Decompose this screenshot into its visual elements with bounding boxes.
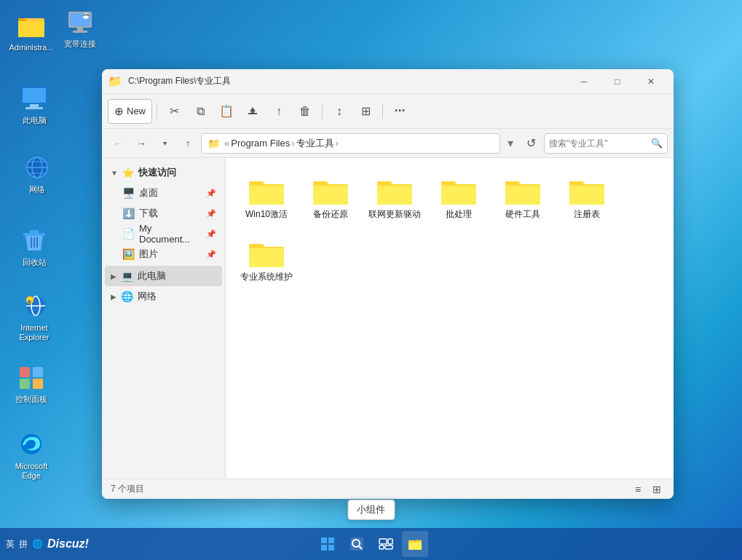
folder-icon-path: 📁 [208, 138, 220, 149]
sidebar-item-network[interactable]: ▶ 🌐 网络 [105, 286, 222, 307]
desktop-icon-ie[interactable]: e Internet Explorer [9, 291, 60, 342]
taskbar-center [315, 531, 428, 557]
svg-rect-39 [388, 539, 392, 544]
sidebar-item-thispc[interactable]: ▶ 💻 此电脑 [105, 266, 222, 286]
statusbar-view-controls: ≡ ⊞ [630, 481, 665, 497]
taskbar-taskview-button[interactable] [373, 531, 399, 557]
svg-rect-11 [25, 107, 43, 109]
desktop-icon-admin[interactable]: Administra... [6, 11, 57, 52]
sidebar-item-downloads[interactable]: ⬇️ 下载 📌 [105, 203, 222, 224]
folder-batch[interactable]: 批处理 [430, 170, 488, 226]
address-bar: ← → ▾ ↑ 📁 « Program Files › 专业工具 › ▾ ↺ 🔍 [102, 129, 674, 158]
desktop-icon-recycle[interactable]: 回收站 [9, 226, 60, 267]
svg-rect-9 [23, 88, 46, 103]
systray-pinyin[interactable]: 拼 [19, 538, 28, 551]
window-controls: ─ □ ✕ [567, 69, 668, 94]
pin-icon-downloads: 📌 [206, 209, 216, 218]
share-button[interactable]: ↑ [267, 99, 291, 124]
grid-view-button[interactable]: ⊞ [649, 481, 665, 497]
mydocs-sidebar-icon: 📄 [122, 228, 135, 240]
desktop-icon-thispc[interactable]: 此电脑 [9, 84, 60, 125]
close-button[interactable]: ✕ [634, 69, 668, 94]
sidebar-desktop-label: 桌面 [139, 186, 158, 200]
explorer-window: 📁 C:\Program Files\专业工具 ─ □ ✕ ⊕ New ✂ ⧉ … [102, 69, 674, 499]
svg-rect-31 [321, 537, 327, 543]
svg-rect-6 [73, 31, 87, 33]
refresh-button[interactable]: ↺ [521, 133, 541, 154]
path-part-program-files[interactable]: Program Files [231, 138, 290, 149]
folder-registry[interactable]: 注册表 [558, 170, 616, 226]
taskbar-explorer-button[interactable] [402, 531, 428, 557]
svg-rect-38 [379, 539, 387, 544]
quick-access-header[interactable]: ▼ ⭐ 快速访问 [105, 162, 222, 183]
folder-hardware[interactable]: 硬件工具 [494, 170, 552, 226]
folder-sysrepair[interactable]: 专业系统维护 [237, 232, 296, 289]
sidebar-item-desktop[interactable]: 🖥️ 桌面 📌 [105, 183, 222, 203]
new-label: New [127, 106, 146, 117]
search-input[interactable] [549, 138, 648, 149]
svg-rect-24 [20, 367, 30, 377]
pin-icon-mydocs: 📌 [206, 229, 216, 239]
paste-button[interactable]: 📋 [214, 99, 239, 124]
systray-network-icon[interactable]: 🌐 [32, 539, 43, 549]
desktop-icon-edge[interactable]: Microsoft Edge [6, 430, 57, 481]
svg-rect-10 [30, 104, 39, 107]
files-area: Win10激活 备份还原 [226, 158, 674, 478]
back-button[interactable]: ← [108, 133, 128, 154]
more-button[interactable]: ··· [387, 99, 412, 124]
address-path[interactable]: 📁 « Program Files › 专业工具 › [201, 133, 500, 154]
svg-rect-5 [77, 28, 83, 31]
desktop-icon-controlpanel[interactable]: 控制面板 [6, 363, 57, 404]
quick-access-label: 快速访问 [138, 166, 176, 179]
up-button[interactable]: ↑ [178, 133, 198, 154]
content-area: ▼ ⭐ 快速访问 🖥️ 桌面 📌 ⬇️ 下载 📌 📄 My Document..… [102, 158, 674, 478]
sidebar: ▼ ⭐ 快速访问 🖥️ 桌面 📌 ⬇️ 下载 📌 📄 My Document..… [102, 158, 226, 478]
thispc-sidebar-icon: 💻 [121, 270, 133, 282]
systray-discuz[interactable]: Discuz! [47, 537, 89, 551]
folder-win10[interactable]: Win10激活 [237, 170, 296, 226]
maximize-button[interactable]: □ [601, 69, 634, 94]
window-title: C:\Program Files\专业工具 [122, 75, 567, 87]
sidebar-item-mydocs[interactable]: 📄 My Document... 📌 [105, 224, 222, 244]
network-chevron: ▶ [111, 293, 117, 301]
folder-icon-title: 📁 [108, 74, 122, 88]
folder-registry-label: 注册表 [574, 209, 600, 221]
systray-language-en[interactable]: 英 [6, 538, 15, 551]
view-options-button[interactable]: ⊞ [353, 99, 378, 124]
folder-network-update[interactable]: 联网更新驱动 [366, 170, 424, 226]
address-dropdown-button[interactable]: ▾ [503, 133, 518, 154]
sys-tray: 英 拼 🌐 Discuz! [6, 537, 92, 551]
recent-locations-button[interactable]: ▾ [154, 133, 175, 154]
svg-rect-26 [20, 379, 30, 389]
path-part-tools[interactable]: 专业工具 [296, 137, 334, 150]
delete-button[interactable]: 🗑 [293, 99, 317, 124]
folder-backup[interactable]: 备份还原 [301, 170, 360, 226]
svg-rect-25 [33, 367, 43, 377]
new-button[interactable]: ⊕ New [108, 99, 152, 124]
files-grid: Win10激活 备份还原 [237, 170, 662, 288]
svg-rect-40 [379, 545, 384, 549]
forward-button[interactable]: → [131, 133, 151, 154]
minimize-button[interactable]: ─ [567, 69, 601, 94]
toolbar: ⊕ New ✂ ⧉ 📋 ↑ 🗑 ↕ ⊞ ··· [102, 94, 674, 129]
svg-point-7 [83, 13, 89, 19]
cut-button[interactable]: ✂ [162, 99, 186, 124]
desktop-icon-broadband[interactable]: 宽带连接 [55, 7, 106, 49]
rename-button[interactable] [240, 99, 265, 124]
taskbar-windows-button[interactable] [315, 531, 341, 557]
plus-icon: ⊕ [114, 105, 124, 118]
search-box[interactable]: 🔍 [544, 133, 668, 154]
desktop-icon-network[interactable]: 网络 [12, 153, 63, 194]
sort-button[interactable]: ↕ [327, 99, 352, 124]
svg-rect-43 [409, 543, 422, 550]
list-view-button[interactable]: ≡ [630, 481, 646, 497]
pictures-sidebar-icon: 🖼️ [122, 248, 135, 260]
tooltip: 小组件 [347, 500, 395, 520]
copy-button[interactable]: ⧉ [188, 99, 213, 124]
pin-icon-desktop: 📌 [206, 189, 216, 198]
sidebar-item-pictures[interactable]: 🖼️ 图片 📌 [105, 244, 222, 264]
svg-rect-1 [18, 21, 44, 37]
downloads-sidebar-icon: ⬇️ [122, 208, 135, 219]
svg-rect-32 [328, 537, 334, 543]
taskbar-search-button[interactable] [344, 531, 370, 557]
